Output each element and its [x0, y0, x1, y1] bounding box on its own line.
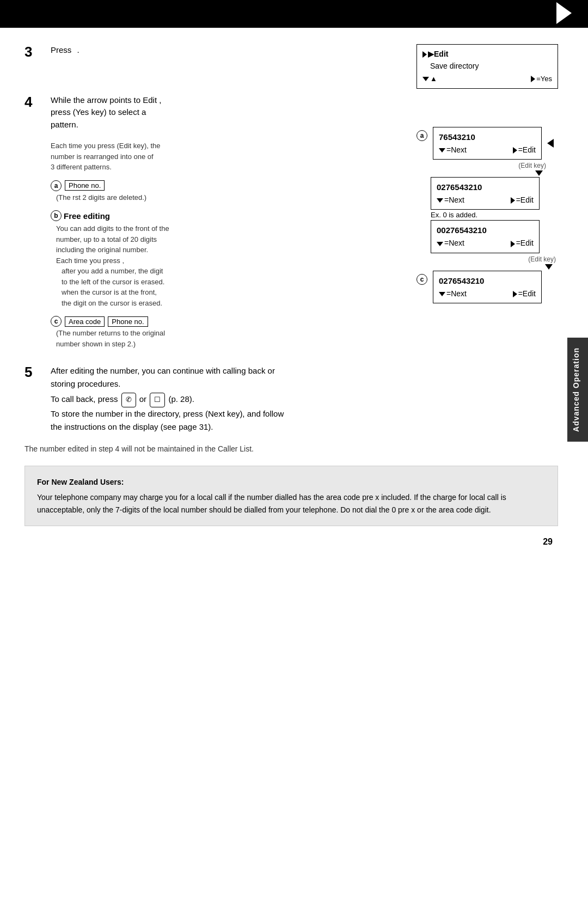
page-number: 29 — [24, 537, 558, 547]
arrow-down-b2 — [437, 242, 443, 246]
nz-box-title: For New Zealand Users: — [37, 476, 546, 488]
step3-right: ▶Edit Save directory ▲ =Yes — [416, 44, 558, 89]
circle-a: a — [51, 180, 62, 191]
left-arrow-icon — [547, 139, 554, 148]
sub-c-n2: number shown in step 2.) — [56, 339, 406, 350]
step3-nav: ▲ — [422, 74, 437, 85]
sub-b-t4: Each time you press , — [56, 255, 406, 266]
panel-c-nav: =Next =Edit — [439, 288, 536, 300]
nz-box: For New Zealand Users: Your telephone co… — [24, 466, 558, 526]
edit-key-note-a: (Edit key) — [518, 162, 546, 169]
sub-c-n1: (The number returns to the original — [56, 328, 406, 339]
panel-b-number: 0276543210 — [437, 181, 534, 194]
sub-b-t3: including the original number. — [56, 245, 406, 255]
step5: 5 After editing the number, you can cont… — [24, 364, 558, 434]
footer-note: The number edited in step 4 will not be … — [24, 443, 558, 455]
panel-circle-a: a — [416, 130, 427, 141]
step5-or: or — [139, 394, 146, 404]
panel-c-number: 0276543210 — [439, 274, 536, 288]
down-arrow-b2 — [431, 264, 556, 270]
step4-row: 4 While the arrow points to Edit , press… — [24, 94, 558, 350]
step5-nextkey: (Next key), and follow — [205, 409, 284, 418]
step4-sub-c-label1: Area code — [65, 316, 105, 327]
step4-sub-c: c Area code Phone no. (The number return… — [51, 316, 406, 349]
circle-c: c — [51, 316, 62, 327]
panel-c-box: 0276543210 =Next =Edit — [433, 271, 542, 303]
down-arrow-a — [416, 170, 546, 176]
step4-note2: number is rearranged into one of — [51, 151, 406, 162]
panel-a-row: a 76543210 =Next =Edit — [416, 127, 558, 160]
arrow-right-a — [513, 147, 517, 154]
step4-note3: 3 different patterns. — [51, 162, 406, 173]
panel-a-box: 76543210 =Next =Edit — [433, 127, 542, 160]
step5-line4: To store the number in the directory, pr… — [51, 407, 558, 420]
panel-a-group: 76543210 =Next =Edit — [433, 127, 542, 160]
arrow-right-c — [513, 291, 517, 297]
top-bar — [0, 0, 588, 26]
step4-line2: press (Yes key) to select a — [51, 106, 406, 119]
step5-line2: storing procedures. — [51, 377, 558, 391]
step4-line3: pattern. — [51, 119, 406, 131]
panel-b-row: 0276543210 =Next =Edit — [431, 177, 558, 210]
sub-c-row: c Area code Phone no. — [51, 316, 406, 327]
step4-line1: While the arrow points to Edit , — [51, 94, 406, 107]
step3-box-line1: ▶Edit — [422, 48, 552, 60]
sub-b-label-row: b Free editing — [51, 210, 406, 221]
panel-circle-c: c — [416, 274, 427, 285]
arrow-down-b — [437, 198, 443, 203]
step5-line5: the instructions on the display (see pag… — [51, 420, 558, 434]
step4-num: 4 — [24, 94, 46, 110]
panel-b2-editkey: (Edit key) — [431, 255, 558, 270]
sub-b-t8: the digit on the cursor is erased. — [62, 298, 406, 309]
panel-a-nav: =Next =Edit — [439, 144, 536, 156]
sub-b-t1: You can add digits to the front of the — [56, 223, 406, 234]
step4-sub-b-label: Free editing — [64, 211, 110, 221]
speakerphone-btn-icon: ☐ — [150, 393, 165, 407]
sub-b-t5: after you add a number, the digit — [62, 266, 406, 277]
panel-a-editkey: (Edit key) — [416, 162, 558, 176]
circle-b: b — [51, 210, 62, 221]
step3-box-line3: ▲ =Yes — [422, 74, 552, 85]
arrow-right-b2 — [511, 241, 515, 247]
sub-b-t7: when the cursor is at the front, — [62, 287, 406, 298]
panel-c-group: 0276543210 =Next =Edit — [433, 271, 542, 303]
panel-b2-nav-text: =Next — [437, 237, 464, 249]
panel-b2-number: 00276543210 — [437, 224, 534, 237]
panel-c-row: c 0276543210 =Next =Edit — [416, 271, 558, 303]
panel-b2-box: 00276543210 =Next =Edit — [431, 220, 540, 253]
step4-sub-b-text: You can add digits to the front of the n… — [56, 223, 406, 308]
step4-content: While the arrow points to Edit , press (… — [51, 94, 406, 131]
arrow-right-icon-2 — [531, 76, 535, 82]
side-tab: Advanced Operation — [567, 338, 588, 442]
step5-line1: After editing the number, you can contin… — [51, 364, 558, 377]
step4-sub-a-note: (The rst 2 digits are deleted.) — [56, 192, 406, 203]
step5-num: 5 — [24, 364, 46, 380]
sub-b-t6: to the left of the cursor is erased. — [62, 277, 406, 288]
panel-c-nav-text: =Next — [439, 288, 467, 300]
panel-b-box: 0276543210 =Next =Edit — [431, 177, 540, 210]
arrow-down-icon — [422, 77, 429, 81]
step4-note1: Each time you press (Edit key), the — [51, 141, 406, 151]
step3: 3 Press . — [24, 44, 406, 60]
panel-b-nav: =Next =Edit — [437, 194, 534, 206]
sub-a-row: a Phone no. — [51, 180, 406, 191]
step5-callback-text: To call back, press — [51, 394, 118, 404]
step4-right-panels: a 76543210 =Next =Edit — [416, 94, 558, 305]
step5-line3: To call back, press ✆ or ☐ (p. 28). — [51, 393, 558, 407]
step4-sub-c-label2: Phone no. — [108, 316, 148, 327]
panel-b-ex-note: Ex. 0 is added. — [431, 211, 558, 219]
step3-yes: =Yes — [531, 74, 552, 85]
panel-b2-group: 00276543210 =Next =Edit — [431, 220, 540, 253]
step5-pageref: (p. 28). — [168, 394, 194, 404]
main-content: 3 Press . ▶Edit Save directory ▲ =Ye — [0, 28, 588, 563]
step3-content: Press . — [51, 44, 406, 57]
step3-display-box: ▶Edit Save directory ▲ =Yes — [416, 44, 558, 89]
arrow-down-a — [439, 148, 445, 152]
step4-sub-a-label: Phone no. — [65, 180, 105, 191]
step5-content: After editing the number, you can contin… — [51, 364, 558, 434]
arr-down-icon-b2 — [545, 264, 553, 270]
arrow-right-b — [511, 197, 515, 204]
step4: 4 While the arrow points to Edit , press… — [24, 94, 406, 131]
step3-num: 3 — [24, 44, 46, 60]
step3-row: 3 Press . ▶Edit Save directory ▲ =Ye — [24, 44, 558, 89]
